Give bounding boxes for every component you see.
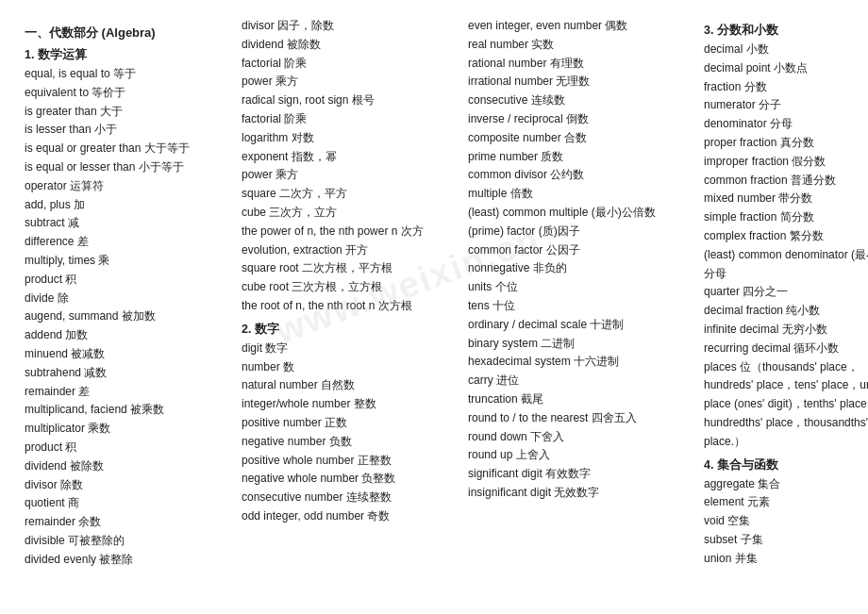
list-item: round down 下舍入 bbox=[468, 428, 687, 447]
list-item: cube 三次方，立方 bbox=[242, 204, 451, 223]
list-item: power 乘方 bbox=[242, 73, 451, 91]
list-item: is equal or lesser than 小于等于 bbox=[25, 158, 225, 177]
list-item: odd integer, odd number 奇数 bbox=[242, 507, 451, 526]
list-item: common fraction 普通分数 bbox=[704, 172, 868, 191]
list-item: divide 除 bbox=[25, 290, 225, 308]
list-item: radical sign, root sign 根号 bbox=[242, 91, 451, 110]
list-item: proper fraction 真分数 bbox=[704, 134, 868, 153]
list-item: truncation 截尾 bbox=[468, 390, 687, 409]
list-item: hexadecimal system 十六进制 bbox=[468, 353, 687, 372]
list-item: negative number 负数 bbox=[242, 433, 451, 452]
col4-entries2: aggregate 集合element 元素void 空集subset 子集un… bbox=[704, 475, 868, 569]
list-item: subset 子集 bbox=[704, 531, 868, 550]
list-item: is equal or greater than 大于等于 bbox=[25, 140, 225, 158]
col2-subsection: 2. 数字 bbox=[242, 322, 451, 338]
list-item: prime number 质数 bbox=[468, 148, 687, 167]
list-item: real number 实数 bbox=[468, 36, 687, 55]
list-item: natural number 自然数 bbox=[242, 376, 451, 395]
list-item: positive whole number 正整数 bbox=[242, 452, 451, 471]
list-item: (prime) factor (质)因子 bbox=[468, 223, 687, 241]
col4-entries1: decimal 小数decimal point 小数点fraction 分数nu… bbox=[704, 41, 868, 452]
list-item: round up 上舍入 bbox=[468, 446, 687, 465]
list-item: equivalent to 等价于 bbox=[25, 84, 225, 103]
list-item: factorial 阶乘 bbox=[242, 110, 451, 129]
list-item: integer/whole number 整数 bbox=[242, 395, 451, 414]
col4-subsection1: 3. 分数和小数 bbox=[704, 23, 868, 39]
list-item: round to / to the nearest 四舍五入 bbox=[468, 409, 687, 428]
list-item: complex fraction 繁分数 bbox=[704, 227, 868, 246]
list-item: element 元素 bbox=[704, 493, 868, 512]
list-item: difference 差 bbox=[25, 233, 225, 252]
list-item: is greater than 大于 bbox=[25, 103, 225, 122]
list-item: void 空集 bbox=[704, 512, 868, 531]
list-item: consecutive 连续数 bbox=[468, 91, 687, 110]
list-item: the power of n, the nth power n 次方 bbox=[242, 223, 451, 241]
col1-subsection: 1. 数学运算 bbox=[25, 47, 225, 63]
list-item: recurring decimal 循环小数 bbox=[704, 340, 868, 358]
list-item: subtract 减 bbox=[25, 214, 225, 233]
list-item: (least) common multiple (最小)公倍数 bbox=[468, 204, 687, 223]
list-item: quarter 四分之一 bbox=[704, 283, 868, 302]
column-3: even integer, even number 偶数real number … bbox=[464, 17, 691, 570]
list-item: is lesser than 小于 bbox=[25, 121, 225, 140]
list-item: multiplicator 乘数 bbox=[25, 420, 225, 439]
list-item: composite number 合数 bbox=[468, 129, 687, 148]
list-item: digit 数字 bbox=[242, 340, 451, 358]
list-item: multiply, times 乘 bbox=[25, 252, 225, 271]
list-item: quotient 商 bbox=[25, 494, 225, 513]
list-item: even integer, even number 偶数 bbox=[468, 17, 687, 36]
list-item: product 积 bbox=[25, 439, 225, 457]
list-item: addend 加数 bbox=[25, 326, 225, 345]
list-item: add, plus 加 bbox=[25, 196, 225, 215]
list-item: remainder 余数 bbox=[25, 513, 225, 532]
list-item: common divisor 公约数 bbox=[468, 166, 687, 185]
list-item: carry 进位 bbox=[468, 372, 687, 390]
list-item: (least) common denominator (最小)公分母 bbox=[704, 246, 868, 284]
list-item: aggregate 集合 bbox=[704, 475, 868, 494]
list-item: inverse / reciprocal 倒数 bbox=[468, 110, 687, 129]
list-item: simple fraction 简分数 bbox=[704, 208, 868, 227]
list-item: remainder 差 bbox=[25, 383, 225, 402]
list-item: common factor 公因子 bbox=[468, 241, 687, 260]
list-item: exponent 指数，幂 bbox=[242, 148, 451, 167]
column-1: 一、代数部分 (Algebra) 1. 数学运算 equal, is equal… bbox=[21, 17, 228, 570]
list-item: negative whole number 负整数 bbox=[242, 470, 451, 489]
page-wrapper: www.weixin.cn 一、代数部分 (Algebra) 1. 数学运算 e… bbox=[21, 17, 847, 570]
col2-entries-top: divisor 因子，除数dividend 被除数factorial 阶乘pow… bbox=[242, 17, 451, 316]
list-item: numerator 分子 bbox=[704, 96, 868, 115]
list-item: ordinary / decimal scale 十进制 bbox=[468, 316, 687, 335]
list-item: divisor 除数 bbox=[25, 476, 225, 495]
list-item: dividend 被除数 bbox=[242, 36, 451, 55]
col1-entries: equal, is equal to 等于equivalent to 等价于is… bbox=[25, 65, 225, 570]
list-item: factorial 阶乘 bbox=[242, 55, 451, 74]
list-item: square 二次方，平方 bbox=[242, 185, 451, 204]
list-item: infinite decimal 无穷小数 bbox=[704, 321, 868, 340]
list-item: divided evenly 被整除 bbox=[25, 551, 225, 570]
list-item: irrational number 无理数 bbox=[468, 73, 687, 91]
list-item: fraction 分数 bbox=[704, 78, 868, 97]
main-title: 一、代数部分 (Algebra) bbox=[25, 25, 225, 41]
list-item: decimal point 小数点 bbox=[704, 59, 868, 78]
list-item: positive number 正数 bbox=[242, 414, 451, 433]
column-4: 3. 分数和小数 decimal 小数decimal point 小数点frac… bbox=[700, 17, 868, 570]
list-item: divisor 因子，除数 bbox=[242, 17, 451, 36]
list-item: square root 二次方根，平方根 bbox=[242, 259, 451, 278]
list-item: multiple 倍数 bbox=[468, 185, 687, 204]
list-item: union 并集 bbox=[704, 550, 868, 569]
list-item: multiplicand, faciend 被乘数 bbox=[25, 401, 225, 420]
list-item: dividend 被除数 bbox=[25, 457, 225, 476]
list-item: decimal 小数 bbox=[704, 41, 868, 59]
list-item: minuend 被减数 bbox=[25, 345, 225, 364]
list-item: evolution, extraction 开方 bbox=[242, 241, 451, 260]
list-item: power 乘方 bbox=[242, 166, 451, 185]
col2-entries-bottom: digit 数字number 数natural number 自然数intege… bbox=[242, 340, 451, 526]
list-item: improper fraction 假分数 bbox=[704, 153, 868, 172]
list-item: decimal fraction 纯小数 bbox=[704, 302, 868, 321]
list-item: the root of n, the nth root n 次方根 bbox=[242, 297, 451, 316]
list-item: binary system 二进制 bbox=[468, 335, 687, 354]
list-item: consecutive number 连续整数 bbox=[242, 489, 451, 507]
list-item: operator 运算符 bbox=[25, 177, 225, 196]
list-item: product 积 bbox=[25, 271, 225, 290]
list-item: nonnegative 非负的 bbox=[468, 259, 687, 278]
list-item: cube root 三次方根，立方根 bbox=[242, 278, 451, 297]
